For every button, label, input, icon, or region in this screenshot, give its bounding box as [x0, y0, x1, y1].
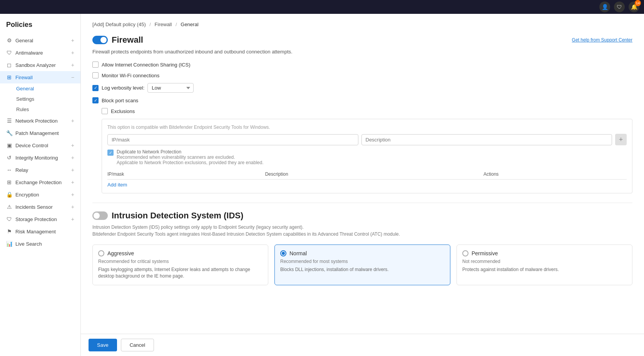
encryption-icon: 🔒	[6, 191, 12, 198]
risk-icon: ⚑	[6, 228, 12, 235]
ids-toggle[interactable]	[92, 211, 108, 220]
sidebar-item-exchange[interactable]: ⊞ Exchange Protection +	[0, 176, 80, 188]
sidebar-item-incidents[interactable]: ⚠ Incidents Sensor +	[0, 201, 80, 213]
ids-radio-normal[interactable]	[280, 250, 286, 256]
ids-card-aggressive[interactable]: Aggressive Recommended for critical syst…	[92, 245, 268, 285]
firewall-title: Firewall	[112, 35, 143, 45]
storage-icon: 🛡	[6, 216, 12, 222]
device-icon: ▣	[6, 142, 12, 148]
sidebar-item-storage[interactable]: 🛡 Storage Protection +	[0, 213, 80, 225]
ids-card-permissive[interactable]: Permissive Not recommended Protects agai…	[457, 245, 632, 285]
allow-ics-checkbox[interactable]	[92, 62, 99, 68]
cancel-button[interactable]: Cancel	[121, 339, 154, 351]
sidebar-label-antimalware: Antimalware	[15, 50, 43, 56]
ids-option-normal-label: Normal	[289, 250, 307, 256]
duplicate-note1: Recommended when vulnerability scanners …	[117, 155, 264, 160]
ids-section: Intrusion Detection System (IDS) Intrusi…	[92, 203, 632, 285]
sidebar-item-patch[interactable]: 🔧 Patch Management	[0, 127, 80, 139]
sidebar-label-risk: Risk Management	[15, 229, 56, 235]
firewall-toggle[interactable]	[92, 36, 108, 44]
expand-exchange-icon: +	[71, 179, 74, 185]
description-input[interactable]	[361, 134, 612, 145]
sidebar-label-exchange: Exchange Protection	[15, 180, 62, 185]
sidebar-item-live[interactable]: 📊 Live Search	[0, 238, 80, 250]
sidebar-label-encryption: Encryption	[15, 192, 39, 198]
expand-storage-icon: +	[71, 216, 74, 222]
ids-title: Intrusion Detection System (IDS)	[112, 211, 243, 221]
exclusions-panel: This option is compatible with Bitdefend…	[102, 119, 632, 193]
sidebar-subitem-settings[interactable]: Settings	[16, 94, 80, 104]
topbar: 👤 🛡 🔔	[0, 0, 644, 14]
ids-card-normal[interactable]: Normal Recommended for most systems Bloc…	[274, 245, 450, 285]
duplicate-checkbox[interactable]: ✓	[107, 150, 114, 156]
patch-icon: 🔧	[6, 130, 12, 136]
sidebar-subitem-rules[interactable]: Rules	[16, 104, 80, 115]
expand-incidents-icon: +	[71, 204, 74, 210]
compat-note: This option is compatible with Bitdefend…	[107, 125, 627, 130]
ids-options: Aggressive Recommended for critical syst…	[92, 245, 632, 285]
sidebar-label-patch: Patch Management	[15, 130, 59, 136]
firewall-toggle-slider	[92, 36, 108, 44]
save-button[interactable]: Save	[89, 339, 117, 351]
sidebar-label-firewall: Firewall	[15, 75, 33, 80]
block-port-scans-checkbox[interactable]: ✓	[92, 97, 99, 103]
add-exclusion-button[interactable]: +	[615, 134, 627, 145]
add-item-link[interactable]: Add item	[107, 182, 127, 188]
incidents-icon: ⚠	[6, 204, 12, 210]
ids-option-normal-sublabel: Recommended for most systems	[280, 259, 445, 264]
expand-encryption-icon: +	[71, 191, 74, 198]
duplicate-row: ✓ Duplicate to Network Protection Recomm…	[107, 149, 627, 165]
expand-antimalware-icon: +	[71, 50, 74, 56]
sidebar-label-general: General	[15, 38, 33, 43]
col-actions: Actions	[483, 169, 627, 180]
exclusion-input-row: +	[107, 134, 627, 145]
ip-mask-input[interactable]	[107, 134, 358, 145]
log-verbosity-select[interactable]: Low Medium High	[147, 83, 194, 93]
sidebar-item-integrity[interactable]: ↺ Integrity Monitoring +	[0, 151, 80, 164]
shield-icon[interactable]: 🛡	[614, 2, 625, 12]
sidebar-item-risk[interactable]: ⚑ Risk Management	[0, 225, 80, 238]
sidebar-item-network[interactable]: ☰ Network Protection +	[0, 115, 80, 127]
ids-option-permissive-label: Permissive	[472, 250, 498, 256]
ids-radio-aggressive[interactable]	[98, 250, 104, 256]
firewall-subnav: General Settings Rules	[0, 83, 80, 115]
breadcrumb: [Add] Default policy (45) / Firewall / G…	[92, 22, 632, 27]
firewall-section-header: Firewall Get help from Support Center	[92, 35, 632, 45]
log-verbosity-checkbox[interactable]: ✓	[92, 85, 99, 91]
sidebar-label-device: Device Control	[15, 143, 48, 148]
sidebar-item-sandbox[interactable]: ◻ Sandbox Analyzer +	[0, 59, 80, 71]
sidebar-label-network: Network Protection	[15, 118, 58, 124]
breadcrumb-part2: Firewall	[155, 22, 172, 27]
sidebar-item-general[interactable]: ⚙ General +	[0, 34, 80, 47]
notification-icon[interactable]: 🔔	[629, 2, 639, 12]
live-icon: 📊	[6, 241, 12, 247]
ids-option-permissive-sublabel: Not recommended	[462, 259, 627, 264]
exclusions-checkbox[interactable]	[102, 108, 108, 114]
support-link[interactable]: Get help from Support Center	[572, 37, 632, 43]
expand-integrity-icon: +	[71, 155, 74, 161]
shield-icon: 🛡	[6, 50, 12, 56]
sidebar-item-firewall[interactable]: ⊞ Firewall −	[0, 71, 80, 83]
exclusions-row: Exclusions	[102, 108, 632, 114]
block-port-scans-row: ✓ Block port scans	[92, 97, 632, 103]
sidebar-item-antimalware[interactable]: 🛡 Antimalware +	[0, 47, 80, 59]
sandbox-icon: ◻	[6, 62, 12, 68]
sidebar-label-incidents: Incidents Sensor	[15, 204, 53, 210]
sidebar-label-storage: Storage Protection	[15, 216, 57, 222]
user-icon[interactable]: 👤	[599, 2, 610, 12]
sidebar-item-encryption[interactable]: 🔒 Encryption +	[0, 188, 80, 201]
duplicate-label: Duplicate to Network Protection	[117, 149, 264, 155]
ids-radio-permissive[interactable]	[462, 250, 468, 256]
gear-icon: ⚙	[6, 37, 12, 43]
col-ipmask: IP/mask	[107, 169, 265, 180]
exchange-icon: ⊞	[6, 179, 12, 185]
firewall-icon: ⊞	[6, 74, 12, 80]
monitor-wifi-checkbox[interactable]	[92, 72, 99, 78]
main-panel: [Add] Default policy (45) / Firewall / G…	[81, 14, 644, 356]
monitor-wifi-row: Monitor Wi-Fi connections	[92, 72, 632, 78]
sidebar-subitem-general[interactable]: General	[16, 83, 80, 94]
sidebar-item-device[interactable]: ▣ Device Control +	[0, 139, 80, 151]
collapse-firewall-icon: −	[71, 74, 74, 80]
sidebar-label-sandbox: Sandbox Analyzer	[15, 62, 56, 68]
sidebar-item-relay[interactable]: ↔ Relay +	[0, 164, 80, 176]
